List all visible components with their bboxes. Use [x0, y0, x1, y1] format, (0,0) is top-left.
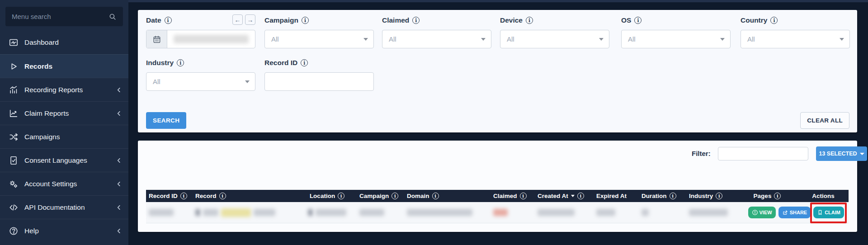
calendar-icon[interactable]	[146, 30, 167, 48]
sidebar-item-consent-languages[interactable]: Consent Languages	[0, 148, 128, 172]
info-icon[interactable]	[520, 193, 527, 199]
campaign-filter-label: Campaign	[264, 16, 298, 24]
info-icon[interactable]	[716, 193, 722, 199]
top-strip	[128, 0, 868, 2]
dashboard-icon	[9, 38, 19, 47]
campaigns-icon	[9, 132, 19, 142]
cell-domain	[404, 209, 491, 216]
info-icon[interactable]	[301, 59, 308, 66]
date-prev-button[interactable]: ←	[232, 14, 243, 25]
claim-button[interactable]: CLAIM	[813, 207, 844, 218]
columns-selected-button[interactable]: 13 SELECTED	[816, 146, 867, 161]
chevron-left-icon	[116, 157, 122, 164]
info-icon[interactable]	[634, 17, 642, 24]
record-id-filter-label: Record ID	[264, 59, 297, 67]
sidebar-item-recording-reports[interactable]: Recording Reports	[0, 78, 128, 101]
sort-desc-icon	[571, 195, 575, 197]
info-icon[interactable]	[432, 193, 439, 199]
column-header-industry: Industry	[686, 193, 736, 199]
column-header-duration: Duration	[639, 193, 686, 199]
sidebar-item-account-settings[interactable]: Account Settings	[0, 172, 128, 195]
caret-down-icon	[720, 38, 725, 41]
date-next-button[interactable]: →	[245, 14, 255, 25]
sidebar-item-label: Help	[24, 227, 116, 235]
chevron-left-icon	[116, 204, 122, 211]
cell-campaign	[357, 209, 404, 216]
redacted-date-value	[174, 35, 249, 43]
sidebar-item-label: API Documentation	[24, 203, 116, 212]
industry-filter-label: Industry	[146, 59, 174, 67]
column-header-claimed: Claimed	[491, 193, 535, 199]
caret-down-icon	[599, 38, 604, 41]
sidebar-item-label: Records	[24, 62, 122, 71]
menu-search-placeholder: Menu search	[12, 13, 108, 20]
campaign-filter-select[interactable]: All	[264, 30, 374, 48]
search-button[interactable]: SEARCH	[146, 112, 186, 129]
caret-down-icon	[363, 38, 368, 41]
cell-actions: VIEW SHARE CLAIM	[797, 207, 849, 218]
column-header-actions: Actions	[797, 193, 849, 199]
info-icon[interactable]	[774, 193, 781, 199]
caret-down-icon	[245, 80, 250, 83]
table-row[interactable]: VIEW SHARE CLAIM	[146, 202, 849, 223]
date-range-input[interactable]	[146, 30, 255, 48]
info-icon[interactable]	[392, 193, 398, 199]
claimed-filter-label: Claimed	[382, 16, 409, 24]
filter-panel: Date ← → Campaign All Claimed All Device…	[138, 10, 857, 132]
redacted-highlighted-text	[221, 208, 251, 217]
sidebar-item-dashboard[interactable]: Dashboard	[0, 31, 128, 54]
caret-down-icon	[481, 38, 486, 41]
column-header-pages: Pages	[736, 193, 797, 199]
cell-created-at	[535, 209, 594, 216]
info-icon[interactable]	[177, 59, 184, 66]
claim-reports-icon	[9, 108, 19, 118]
info-icon[interactable]	[180, 193, 187, 199]
sidebar-nav: Dashboard Records Recording Reports Clai…	[0, 31, 128, 242]
cell-expired-at	[594, 209, 639, 216]
country-filter-select[interactable]: All	[741, 30, 850, 48]
help-icon	[9, 226, 19, 236]
sidebar-item-label: Account Settings	[24, 180, 116, 188]
info-icon[interactable]	[577, 193, 584, 199]
info-icon[interactable]	[770, 17, 778, 24]
info-icon[interactable]	[302, 17, 309, 24]
view-button[interactable]: VIEW	[748, 207, 776, 218]
column-header-location: Location	[297, 193, 357, 199]
info-icon[interactable]	[165, 17, 172, 24]
sidebar-item-records[interactable]: Records	[0, 54, 128, 78]
sidebar-item-claim-reports[interactable]: Claim Reports	[0, 101, 128, 125]
column-header-record-id: Record ID	[146, 193, 193, 199]
column-header-expired-at: Expired At	[594, 193, 639, 199]
device-filter-select[interactable]: All	[500, 30, 609, 48]
country-filter: Country All	[741, 15, 850, 48]
os-filter-label: OS	[621, 16, 631, 24]
column-header-created-at[interactable]: Created At	[535, 193, 594, 199]
claimed-filter-select[interactable]: All	[382, 30, 491, 48]
sidebar-item-help[interactable]: Help	[0, 219, 128, 242]
claimed-filter: Claimed All	[382, 15, 491, 48]
api-documentation-icon	[9, 203, 19, 212]
menu-search-input[interactable]: Menu search	[5, 7, 123, 26]
sidebar-item-api-documentation[interactable]: API Documentation	[0, 195, 128, 219]
info-icon[interactable]	[412, 17, 420, 24]
info-icon[interactable]	[526, 17, 533, 24]
column-header-domain: Domain	[404, 193, 491, 199]
share-button[interactable]: SHARE	[778, 207, 811, 218]
caret-down-icon	[840, 38, 844, 41]
sidebar-item-campaigns[interactable]: Campaigns	[0, 125, 128, 148]
table-filter-input[interactable]	[718, 147, 808, 160]
info-icon[interactable]	[670, 193, 676, 199]
sidebar-item-label: Claim Reports	[24, 109, 116, 118]
os-filter-select[interactable]: All	[621, 30, 731, 48]
info-icon[interactable]	[338, 193, 344, 199]
record-id-filter: Record ID	[264, 58, 374, 91]
sidebar-item-label: Campaigns	[24, 133, 122, 141]
info-icon[interactable]	[219, 193, 226, 199]
clear-all-button[interactable]: CLEAR ALL	[800, 112, 849, 129]
device-filter: Device All	[500, 15, 609, 48]
table-filter-label: Filter:	[692, 150, 711, 157]
record-id-input[interactable]	[265, 73, 373, 90]
os-filter: OS All	[621, 15, 731, 48]
industry-filter-select[interactable]: All	[146, 72, 255, 91]
cell-record-id	[146, 209, 193, 216]
